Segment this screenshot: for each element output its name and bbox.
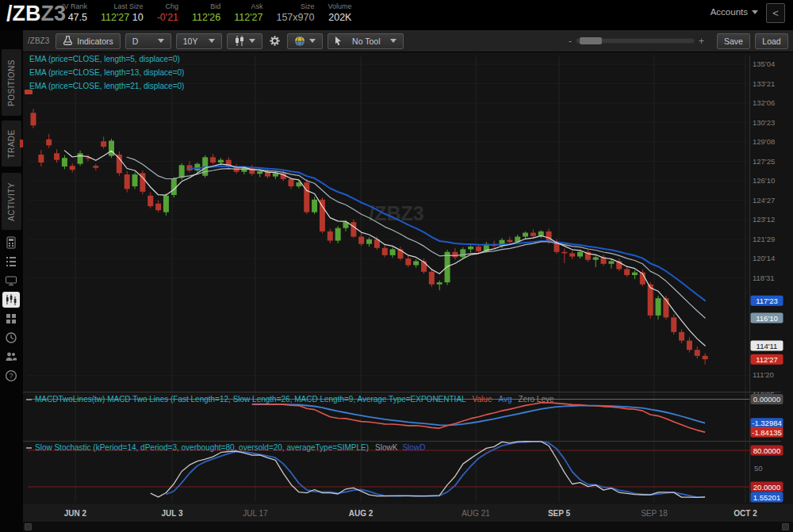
candle-down — [54, 153, 59, 159]
candle-down — [155, 204, 161, 210]
people-icon[interactable] — [2, 349, 20, 365]
macd-zero-bubble: 0.00000 — [751, 394, 783, 404]
study-label-ema21[interactable]: EMA (price=CLOSE, length=21, displace=0) — [29, 82, 184, 90]
chart-style-dropdown[interactable] — [287, 33, 323, 49]
grid-icon[interactable] — [2, 311, 20, 327]
time-tick-label: AUG 2 — [349, 509, 374, 518]
candle-up — [257, 171, 262, 174]
zoom-slider-handle[interactable] — [580, 37, 602, 44]
stat-label: Last Size — [114, 2, 144, 11]
chart-canvas[interactable]: /ZBZ3135'04133'21132'06130'23129'08127'2… — [23, 52, 793, 532]
zoom-out-button[interactable]: - — [569, 36, 572, 47]
indicators-button[interactable]: Indicators — [56, 33, 121, 49]
candle-down — [561, 252, 567, 254]
candle-down — [624, 269, 630, 275]
timeframe-dropdown[interactable]: D — [125, 33, 171, 49]
svg-text:80.0000: 80.0000 — [753, 446, 780, 455]
study-label-ema13[interactable]: EMA (price=CLOSE, length=13, displace=0) — [29, 68, 184, 77]
svg-text:0.00000: 0.00000 — [753, 395, 780, 404]
candle-up — [62, 158, 67, 166]
drawing-tool-dropdown[interactable]: No Tool — [328, 33, 404, 49]
study-color-swatch — [25, 90, 33, 94]
sidebar-tab-activity[interactable]: ACTIVITY — [2, 173, 21, 230]
tool-value: No Tool — [352, 36, 380, 46]
stoch-last-bubble: 1.55201 — [751, 492, 783, 503]
tab-label: POSITIONS — [7, 59, 16, 106]
stat-label: Size — [301, 2, 315, 11]
stat-value: 112'26 — [192, 11, 220, 25]
price-axis-label: 111'20 — [753, 370, 774, 379]
collapse-panel-button[interactable]: < — [766, 3, 785, 23]
time-zoom-slider[interactable]: - + — [569, 36, 704, 47]
price-axis-label: 121'29 — [753, 235, 775, 243]
time-tick-label: SEP 18 — [641, 509, 668, 518]
candle-down — [70, 166, 75, 170]
candle-up — [468, 247, 473, 249]
stat-volume: Volume202K — [328, 2, 351, 25]
price-axis-label: 124'27 — [753, 196, 775, 205]
sidebar-tab-positions[interactable]: POSITIONS — [2, 49, 21, 116]
study-label-ema5[interactable]: EMA (price=CLOSE, length=5, displace=0) — [29, 55, 180, 63]
range-dropdown[interactable]: 10Y — [176, 33, 222, 49]
study-label-stochastic[interactable]: Slow Stochastic (kPeriod=14, dPeriod=3, … — [26, 443, 425, 452]
svg-text:?: ? — [9, 372, 13, 380]
quote-stats: IV Rank47.5Last Size112'27 10Chg-0'21Bid… — [62, 2, 365, 25]
candle-down — [31, 113, 36, 125]
chart-icon[interactable] — [2, 292, 20, 308]
stat-label: Bid — [210, 2, 220, 11]
symbol-root: /ZB — [6, 2, 41, 25]
svg-text:-1.84135: -1.84135 — [752, 428, 782, 437]
stoch-mid-label: 50 — [754, 464, 763, 473]
candle-down — [125, 174, 130, 189]
candle-up — [218, 160, 224, 163]
candle-up — [171, 178, 177, 195]
chevron-left-icon: < — [772, 7, 779, 19]
chart-toolbar: /ZBZ3 Indicators D 10Y — [23, 30, 793, 52]
chart-type-dropdown[interactable] — [227, 33, 262, 49]
candle-down — [687, 341, 692, 350]
svg-text:112'27: 112'27 — [756, 355, 778, 364]
candle-down — [289, 179, 294, 186]
candle-down — [421, 261, 427, 271]
stat-last-size: Last Size112'27 10 — [101, 2, 144, 25]
load-button[interactable]: Load — [755, 33, 788, 49]
watchlist-icon[interactable] — [2, 254, 20, 270]
monitor-icon[interactable] — [2, 273, 20, 289]
sidebar-tab-trade[interactable]: TRADE — [2, 121, 21, 166]
line-sample-icon — [26, 399, 32, 400]
quotes-icon[interactable] — [2, 235, 20, 251]
timeframe-value: D — [132, 36, 139, 46]
candle-up — [366, 239, 372, 244]
stat-label: IV Rank — [62, 2, 87, 11]
candle-up — [179, 165, 185, 178]
candle-down — [405, 258, 411, 265]
candle-down — [46, 140, 52, 146]
study-label-macd[interactable]: MACDTwoLines(tw) MACD Two Lines (Fast Le… — [26, 395, 554, 404]
candle-down — [476, 247, 481, 251]
candle-up — [132, 174, 138, 186]
accounts-menu[interactable]: Accounts — [711, 7, 758, 17]
save-button[interactable]: Save — [717, 33, 750, 49]
chart-corner-button-left[interactable] — [25, 523, 32, 530]
svg-text:117'23: 117'23 — [756, 297, 778, 305]
candle-up — [523, 233, 528, 237]
candle-down — [671, 317, 676, 331]
clock-icon[interactable] — [2, 330, 20, 346]
zoom-slider-track[interactable] — [576, 38, 695, 44]
candle-down — [507, 240, 512, 243]
help-icon[interactable]: ? — [2, 368, 20, 384]
chart-corner-button-right[interactable] — [782, 523, 789, 530]
chart-settings-button[interactable] — [267, 33, 282, 49]
indicators-label: Indicators — [77, 36, 113, 46]
zoom-in-button[interactable]: + — [699, 36, 704, 47]
bottom-strip — [23, 522, 793, 532]
candle-down — [531, 233, 536, 236]
candle-down — [679, 332, 684, 341]
candle-down — [147, 196, 153, 206]
candle-up — [460, 249, 465, 257]
stat-size: Size157x970 — [276, 2, 314, 25]
candle-up — [273, 173, 278, 176]
time-tick-label: JUN 2 — [64, 509, 87, 518]
candle-down — [101, 141, 106, 147]
candle-down — [93, 166, 98, 168]
